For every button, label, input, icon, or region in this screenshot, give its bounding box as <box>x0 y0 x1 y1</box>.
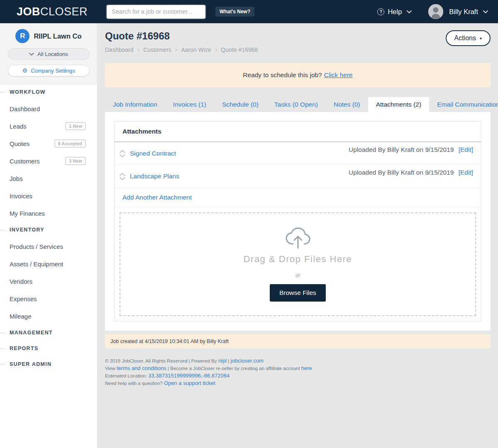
sidebar-item[interactable]: My Finances <box>0 205 97 222</box>
add-attachment-row: Add Another Attachment <box>115 188 481 207</box>
sidebar-item[interactable]: Vendors <box>0 273 97 290</box>
dropzone-title: Drag & Drop Files Here <box>244 254 352 265</box>
schedule-banner: Ready to schedule this job? Click here <box>105 63 491 87</box>
breadcrumb-separator-icon: › <box>137 46 140 54</box>
footer-line: Estimated Location: 33.387315199999996,-… <box>105 372 491 379</box>
page-footer: © 2019 JobCloser. All Rights Reserved | … <box>105 357 491 387</box>
location-selector[interactable]: All Locations <box>8 48 90 60</box>
sidebar-section-header[interactable]: INVENTORY <box>0 222 97 238</box>
footer-link[interactable]: here <box>301 365 312 371</box>
sidebar-section-header[interactable]: WORKFLOW <box>0 84 97 100</box>
footer-link[interactable]: riipl <box>218 358 227 364</box>
attachment-row-right: Uploaded By Billy Kraft on 9/15/2019 [Ed… <box>349 142 473 165</box>
sidebar-section-label: MANAGEMENT <box>10 330 53 336</box>
chevron-up-icon[interactable] <box>120 173 125 176</box>
sidebar-item[interactable]: Dashboard <box>0 100 97 117</box>
sidebar-item[interactable]: Products / Services <box>0 238 97 255</box>
attachment-row: Landscape Plans Uploaded By Billy Kraft … <box>115 165 481 188</box>
attachment-link[interactable]: Landscape Plans <box>130 173 179 180</box>
tab-bar: Job Information Invoices (1) Schedule (0… <box>105 97 491 112</box>
sidebar-company-block: R RIIPL Lawn Co All Locations ⚙ Company … <box>0 23 97 84</box>
sidebar-item[interactable]: Expenses <box>0 290 97 307</box>
footer-link[interactable]: Open a support ticket <box>164 380 215 386</box>
attachment-edit-link[interactable]: [Edit] <box>459 169 473 176</box>
chevron-down-icon <box>407 10 412 13</box>
company-settings-button[interactable]: ⚙ Company Settings <box>8 65 90 76</box>
file-dropzone[interactable]: Drag & Drop Files Here or Browse Files <box>120 212 476 316</box>
sidebar-item[interactable]: Customers 3 New <box>0 152 97 170</box>
breadcrumb-label: Quote #16968 <box>221 46 258 53</box>
footer-link[interactable]: jobcloser.com <box>231 358 264 364</box>
attachment-meta: Uploaded By Billy Kraft on 9/15/2019 <box>349 146 454 153</box>
tab[interactable]: Job Information <box>105 97 165 112</box>
sidebar-item[interactable]: Quotes 8 Accepted <box>0 135 97 152</box>
sidebar-item[interactable]: Leads 1 New <box>0 117 97 135</box>
user-menu[interactable]: Billy Kraft <box>428 4 488 19</box>
section-dash-icon <box>0 92 5 93</box>
cloud-upload-icon <box>284 227 312 249</box>
app-logo-bold: JOB <box>17 5 40 18</box>
section-dash-icon <box>0 364 5 365</box>
tab[interactable]: Schedule (0) <box>214 97 266 112</box>
whats-new-badge[interactable]: What's New? <box>215 7 254 17</box>
top-navbar: JOBCLOSER What's New? ? Help <box>0 0 498 23</box>
tab[interactable]: Notes (0) <box>326 97 368 112</box>
sidebar-section-label: WORKFLOW <box>10 89 46 95</box>
browse-files-button[interactable]: Browse Files <box>270 284 326 302</box>
attachment-link[interactable]: Signed Contract <box>130 150 176 157</box>
breadcrumb-item[interactable]: Dashboard › <box>105 46 143 54</box>
sidebar-item-label: Customers <box>10 158 40 165</box>
sort-arrows <box>120 150 125 157</box>
add-attachment-link[interactable]: Add Another Attachment <box>122 194 192 201</box>
sidebar-item[interactable]: Invoices <box>0 187 97 205</box>
page-header-left: Quote #16968 Dashboard › Customers › Aar… <box>105 30 258 54</box>
sidebar-section-header[interactable]: SUPER ADMIN <box>0 356 97 372</box>
attachments-card-title: Attachments <box>115 122 481 142</box>
schedule-banner-text: Ready to schedule this job? <box>243 71 322 79</box>
breadcrumb-separator-icon: › <box>175 46 178 54</box>
sidebar-item[interactable]: Mileage <box>0 307 97 325</box>
sidebar-section-header[interactable]: MANAGEMENT <box>0 325 97 341</box>
search-input[interactable] <box>107 5 205 19</box>
help-menu[interactable]: ? Help <box>377 8 412 16</box>
breadcrumb-item[interactable]: Aaron Wize › <box>181 46 221 54</box>
chevron-down-icon[interactable] <box>120 154 125 157</box>
sidebar-item-label: My Finances <box>10 210 45 217</box>
sort-arrows <box>120 173 125 180</box>
tab[interactable]: Attachments (2) <box>368 97 429 112</box>
breadcrumb: Dashboard › Customers › Aaron Wize › Quo… <box>105 46 258 54</box>
attachment-list: Signed Contract Uploaded By Billy Kraft … <box>115 142 481 188</box>
company-row: R RIIPL Lawn Co <box>0 29 97 43</box>
attachment-edit-link[interactable]: [Edit] <box>459 146 473 153</box>
dropzone-or-label: or <box>295 272 300 278</box>
chevron-up-icon[interactable] <box>120 150 125 153</box>
footer-link[interactable]: terms and conditions <box>117 365 166 371</box>
attachment-row-left: Landscape Plans <box>120 165 179 187</box>
tab[interactable]: Invoices (1) <box>165 97 214 112</box>
sidebar-item-badge: 1 New <box>65 122 86 130</box>
footer-text: | <box>227 358 230 363</box>
chevron-down-icon[interactable] <box>120 177 125 180</box>
attachments-card: Attachments Signed Contract <box>114 121 481 321</box>
breadcrumb-item[interactable]: Quote #16968 › <box>221 46 258 53</box>
company-logo: R <box>15 29 29 43</box>
footer-link[interactable]: 33.387315199999996,-86.872064 <box>148 373 229 379</box>
chevron-down-icon <box>29 53 34 56</box>
sidebar-section-label: INVENTORY <box>10 227 44 233</box>
attachment-row-right: Uploaded By Billy Kraft on 9/15/2019 [Ed… <box>349 165 473 187</box>
tab-label: Job Information <box>113 101 157 108</box>
sidebar-item[interactable]: Jobs <box>0 170 97 187</box>
tab[interactable]: Tasks (0 Open) <box>266 97 326 112</box>
sidebar-item-label: Invoices <box>10 192 32 200</box>
schedule-link[interactable]: Click here <box>324 71 353 79</box>
breadcrumb-item[interactable]: Customers › <box>143 46 181 54</box>
footer-line: Need help with a question? Open a suppor… <box>105 380 491 387</box>
tab-label: Email Communication (1) <box>437 101 498 108</box>
sidebar-section-header[interactable]: REPORTS <box>0 341 97 356</box>
footer-text: View <box>105 366 117 371</box>
section-dash-icon <box>0 333 5 333</box>
tab[interactable]: Email Communication (1) <box>429 97 498 112</box>
sidebar-item[interactable]: Assets / Equipment <box>0 255 97 273</box>
help-label: Help <box>388 8 402 16</box>
actions-button[interactable]: Actions ▾ <box>446 30 491 46</box>
